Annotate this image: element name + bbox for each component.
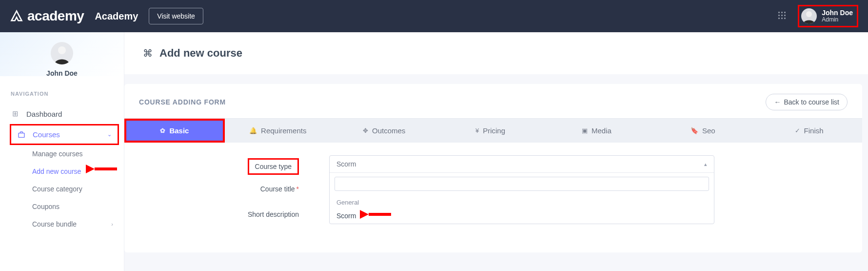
tab-basic[interactable]: ✿ Basic [124, 119, 225, 143]
yen-icon: ¥ [475, 127, 479, 134]
page-header: ⌘ Add new course [124, 32, 868, 74]
sidebar: John Doe NAVIGATION ⊞ Dashboard Courses … [0, 32, 124, 271]
sidebar-sub-manage-courses[interactable]: Manage courses [0, 145, 124, 163]
label-short-description: Short description [144, 208, 329, 218]
tab-outcomes[interactable]: ✥ Outcomes [331, 119, 437, 143]
select-group-general: General [330, 195, 714, 208]
logo-text: academy [27, 8, 84, 24]
grid-icon: ⊞ [11, 109, 20, 118]
tab-pricing[interactable]: ¥ Pricing [437, 119, 544, 143]
check-circle-icon: ✓ [795, 127, 800, 134]
form-card: COURSE ADDING FORM ← Back to course list… [124, 84, 862, 252]
visit-website-button[interactable]: Visit website [149, 8, 203, 24]
card-title: COURSE ADDING FORM [139, 98, 226, 106]
svg-rect-6 [778, 18, 780, 19]
svg-rect-2 [784, 12, 786, 13]
tab-seo[interactable]: 🔖 Seo [650, 119, 756, 143]
user-name: John Doe [822, 9, 853, 17]
caret-up-icon: ▴ [704, 161, 707, 167]
sidebar-sub-coupons[interactable]: Coupons [0, 198, 124, 215]
sidebar-sub-add-course[interactable]: Add new course [0, 163, 124, 180]
apps-grid-icon[interactable] [778, 12, 787, 21]
select-option-scorm[interactable]: Scorm [330, 208, 714, 224]
briefcase-icon [17, 131, 26, 139]
label-course-type: Course type [144, 155, 329, 175]
tag-icon: 🔖 [690, 127, 698, 134]
sidebar-item-dashboard[interactable]: ⊞ Dashboard [0, 104, 124, 124]
tab-finish[interactable]: ✓ Finish [756, 119, 862, 143]
move-icon: ✥ [363, 127, 368, 134]
svg-rect-0 [778, 12, 780, 13]
chevron-right-icon: › [111, 221, 113, 227]
svg-rect-5 [784, 15, 786, 16]
logo[interactable]: academy [10, 8, 84, 24]
sidebar-item-label: Dashboard [26, 110, 62, 118]
topbar: academy Academy Visit website John Doe A… [0, 0, 868, 32]
sidebar-item-courses[interactable]: Courses ⌄ [10, 124, 119, 145]
page-title: Add new course [159, 47, 242, 60]
main: ⌘ Add new course COURSE ADDING FORM ← Ba… [124, 32, 868, 271]
svg-point-10 [58, 46, 66, 54]
svg-rect-8 [784, 18, 786, 19]
sidebar-avatar[interactable] [51, 42, 73, 64]
nav-heading: NAVIGATION [0, 91, 124, 104]
course-type-select[interactable]: Scorm ▴ General Scorm [329, 155, 714, 224]
leaf-icon: ✿ [160, 127, 165, 134]
svg-rect-7 [781, 18, 783, 19]
tab-media[interactable]: ▣ Media [543, 119, 650, 143]
chevron-down-icon: ⌄ [107, 131, 112, 138]
select-search-input[interactable] [335, 177, 709, 191]
app-name: Academy [95, 11, 138, 22]
select-current[interactable]: Scorm ▴ [330, 156, 714, 173]
sidebar-sub-course-bundle[interactable]: Course bundle › [0, 215, 124, 233]
logo-icon [10, 9, 23, 23]
image-icon: ▣ [582, 127, 588, 134]
label-course-title: Course title* [144, 182, 329, 193]
command-icon: ⌘ [143, 47, 153, 59]
arrow-left-icon: ← [774, 98, 781, 106]
sidebar-username: John Doe [0, 69, 124, 77]
svg-rect-11 [19, 133, 24, 137]
svg-rect-1 [781, 12, 783, 13]
back-to-list-button[interactable]: ← Back to course list [766, 94, 848, 110]
svg-point-9 [806, 11, 812, 17]
user-role: Admin [822, 17, 853, 23]
avatar [801, 8, 817, 24]
tab-requirements[interactable]: 🔔 Requirements [225, 119, 331, 143]
sidebar-item-label: Courses [33, 130, 60, 139]
svg-rect-3 [778, 15, 780, 16]
tabs: ✿ Basic 🔔 Requirements ✥ Outcomes ¥ Pric… [124, 118, 862, 143]
bell-icon: 🔔 [249, 127, 257, 134]
user-menu[interactable]: John Doe Admin [798, 5, 858, 27]
svg-rect-4 [781, 15, 783, 16]
sidebar-sub-course-category[interactable]: Course category [0, 180, 124, 198]
